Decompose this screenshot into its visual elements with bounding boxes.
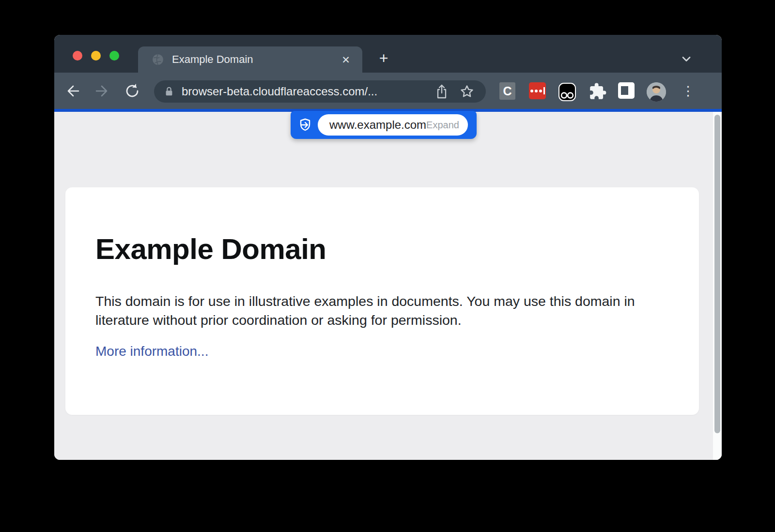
more-information-link[interactable]: More information... [95, 344, 208, 359]
tab-title: Example Domain [172, 53, 339, 66]
extensions-puzzle-icon[interactable] [589, 82, 607, 101]
globe-favicon-icon [152, 53, 164, 66]
browser-window: Example Domain ✕ + browser-beta.cloudfla… [54, 35, 722, 460]
isolation-domain-pill[interactable]: www.example.com Expand [291, 111, 477, 139]
scrollbar-thumb[interactable] [714, 115, 720, 433]
tab-search-chevron-down-icon[interactable] [680, 52, 693, 66]
active-tab[interactable]: Example Domain ✕ [138, 46, 362, 73]
window-close-button[interactable] [73, 51, 82, 61]
reload-icon[interactable] [124, 83, 140, 99]
content-card: Example Domain This domain is for use in… [65, 187, 699, 415]
share-icon[interactable] [435, 84, 448, 99]
url-text: browser-beta.cloudflareaccess.com/... [182, 85, 435, 98]
forward-icon[interactable] [94, 83, 110, 99]
lock-icon [164, 86, 174, 97]
window-minimize-button[interactable] [91, 51, 101, 61]
page-title: Example Domain [95, 233, 699, 265]
address-bar[interactable]: browser-beta.cloudflareaccess.com/... [154, 80, 486, 103]
bookmark-star-icon[interactable] [460, 84, 474, 99]
shield-arrow-icon [297, 117, 313, 133]
lastpass-extension-icon[interactable] [529, 82, 546, 99]
isolation-expand-button[interactable]: Expand [426, 120, 459, 131]
window-zoom-button[interactable] [109, 51, 119, 61]
scrollbar-track[interactable] [713, 112, 722, 460]
tab-close-icon[interactable]: ✕ [339, 53, 353, 66]
tab-strip: Example Domain ✕ + [54, 35, 722, 73]
browser-toolbar: browser-beta.cloudflareaccess.com/... C [54, 73, 722, 109]
isolation-domain-text: www.example.com [329, 118, 426, 132]
page-paragraph: This domain is for use in illustrative e… [95, 292, 652, 330]
browser-menu-kebab-icon[interactable]: ⋮ [682, 82, 691, 100]
back-icon[interactable] [64, 83, 81, 99]
isolation-domain-field[interactable]: www.example.com Expand [318, 114, 468, 136]
side-panel-extension-icon[interactable] [618, 82, 635, 99]
new-tab-button[interactable]: + [375, 51, 392, 67]
binoculars-extension-icon[interactable] [558, 82, 576, 102]
c-extension-icon[interactable]: C [499, 82, 515, 100]
profile-avatar[interactable] [647, 82, 666, 102]
page-viewport: www.example.com Expand Example Domain Th… [54, 112, 722, 460]
